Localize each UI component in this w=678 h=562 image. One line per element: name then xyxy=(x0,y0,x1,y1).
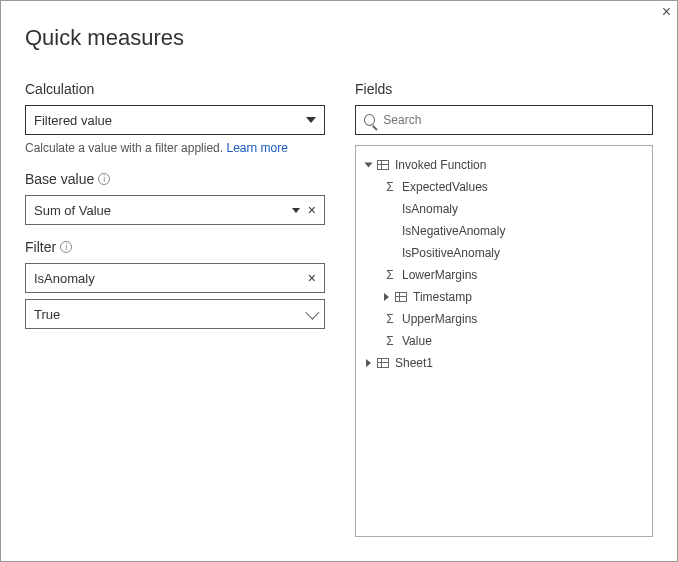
chevron-down-icon xyxy=(305,306,319,320)
clear-icon[interactable]: × xyxy=(308,202,316,218)
tree-field-lowermargins[interactable]: Σ LowerMargins xyxy=(362,264,646,286)
tree-field-isnegativeanomaly[interactable]: IsNegativeAnomaly xyxy=(362,220,646,242)
info-icon[interactable]: i xyxy=(60,241,72,253)
table-icon xyxy=(377,358,389,368)
search-icon xyxy=(364,114,375,126)
fields-tree: Invoked Function Σ ExpectedValues IsAnom… xyxy=(355,145,653,537)
tree-table-invoked-function[interactable]: Invoked Function xyxy=(362,154,646,176)
sigma-icon: Σ xyxy=(384,181,396,193)
fields-label: Fields xyxy=(355,81,653,97)
clear-icon[interactable]: × xyxy=(308,270,316,286)
dialog-title: Quick measures xyxy=(25,25,653,51)
learn-more-link[interactable]: Learn more xyxy=(226,141,287,155)
tree-field-ispositiveanomaly[interactable]: IsPositiveAnomaly xyxy=(362,242,646,264)
tree-field-isanomaly[interactable]: IsAnomaly xyxy=(362,198,646,220)
expand-icon xyxy=(384,293,389,301)
fields-search[interactable] xyxy=(355,105,653,135)
sigma-icon: Σ xyxy=(384,269,396,281)
base-value-field[interactable]: Sum of Value × xyxy=(25,195,325,225)
tree-field-value[interactable]: Σ Value xyxy=(362,330,646,352)
base-value-selected: Sum of Value xyxy=(34,203,111,218)
sigma-icon: Σ xyxy=(384,335,396,347)
calculation-label: Calculation xyxy=(25,81,325,97)
tree-field-expectedvalues[interactable]: Σ ExpectedValues xyxy=(362,176,646,198)
chevron-down-icon xyxy=(292,208,300,213)
base-value-label: Base value i xyxy=(25,171,325,187)
info-icon[interactable]: i xyxy=(98,173,110,185)
table-icon xyxy=(395,292,407,302)
filter-label: Filter i xyxy=(25,239,325,255)
filter-value-select[interactable]: True xyxy=(25,299,325,329)
expand-icon xyxy=(365,163,373,168)
search-input[interactable] xyxy=(383,113,644,127)
sigma-icon: Σ xyxy=(384,313,396,325)
close-icon[interactable]: × xyxy=(662,3,671,21)
table-icon xyxy=(377,160,389,170)
calculation-select[interactable]: Filtered value xyxy=(25,105,325,135)
chevron-down-icon xyxy=(306,117,316,123)
calculation-helper: Calculate a value with a filter applied.… xyxy=(25,141,325,155)
tree-table-sheet1[interactable]: Sheet1 xyxy=(362,352,646,374)
quick-measures-dialog: × Quick measures Calculation Filtered va… xyxy=(0,0,678,562)
expand-icon xyxy=(366,359,371,367)
calculation-selected: Filtered value xyxy=(34,113,112,128)
filter-field-name: IsAnomaly xyxy=(34,271,95,286)
tree-field-uppermargins[interactable]: Σ UpperMargins xyxy=(362,308,646,330)
filter-field[interactable]: IsAnomaly × xyxy=(25,263,325,293)
filter-value: True xyxy=(34,307,60,322)
tree-field-timestamp[interactable]: Timestamp xyxy=(362,286,646,308)
